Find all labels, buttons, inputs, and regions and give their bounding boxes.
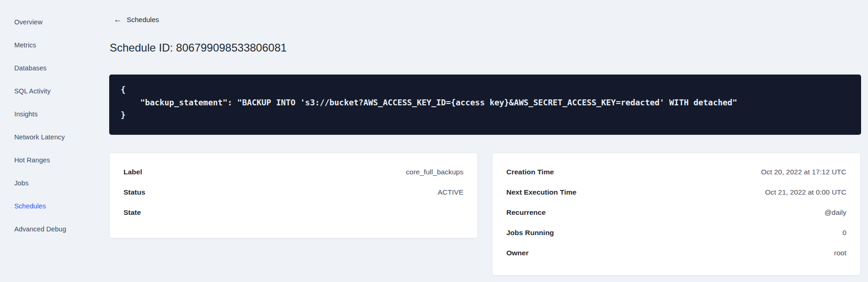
page-title: Schedule ID: 806799098533806081 — [110, 41, 287, 54]
sidebar-item-label: Jobs — [14, 179, 29, 187]
detail-label: Jobs Running — [506, 229, 554, 237]
sidebar-item-label: Advanced Debug — [14, 225, 66, 233]
detail-value: ACTIVE — [438, 188, 463, 196]
back-link-label: Schedules — [127, 16, 159, 23]
detail-row-state: State — [123, 202, 463, 223]
detail-value: core_full_backups — [406, 168, 463, 176]
sidebar-item-schedules[interactable]: Schedules — [0, 195, 109, 218]
sidebar-item-insights[interactable]: Insights — [0, 103, 109, 126]
sidebar-item-metrics[interactable]: Metrics — [0, 34, 109, 57]
schedule-statement-code-block: { "backup_statement": "BACKUP INTO 's3:/… — [109, 75, 861, 135]
sidebar-item-label: Insights — [14, 110, 38, 118]
sidebar-item-network-latency[interactable]: Network Latency — [0, 126, 109, 149]
detail-label: Status — [123, 188, 145, 196]
detail-label: Owner — [506, 249, 528, 257]
schedule-summary-card: Label core_full_backups Status ACTIVE St… — [109, 153, 478, 238]
detail-row-owner: Owner root — [506, 243, 846, 263]
sidebar-item-advanced-debug[interactable]: Advanced Debug — [0, 218, 109, 241]
back-to-schedules-link[interactable]: ← Schedules — [114, 16, 159, 23]
detail-row-creation-time: Creation Time Oct 20, 2022 at 17:12 UTC — [506, 162, 846, 182]
sidebar-item-label: SQL Activity — [14, 87, 51, 95]
detail-label: Label — [123, 168, 142, 176]
sidebar: Overview Metrics Databases SQL Activity … — [0, 11, 109, 241]
detail-value: @daily — [824, 208, 846, 217]
detail-row-status: Status ACTIVE — [123, 182, 463, 202]
sidebar-item-label: Network Latency — [14, 133, 65, 141]
sidebar-item-overview[interactable]: Overview — [0, 11, 109, 34]
detail-label: State — [123, 208, 141, 217]
detail-row-jobs-running: Jobs Running 0 — [506, 223, 846, 243]
detail-label: Next Execution Time — [506, 188, 576, 196]
detail-value: 0 — [842, 229, 846, 237]
detail-value: Oct 21, 2022 at 0:00 UTC — [765, 188, 846, 196]
sidebar-item-label: Hot Ranges — [14, 156, 50, 164]
sidebar-item-label: Metrics — [14, 41, 36, 49]
sidebar-item-hot-ranges[interactable]: Hot Ranges — [0, 149, 109, 172]
schedule-statement-text: { "backup_statement": "BACKUP INTO 's3:/… — [121, 84, 850, 122]
detail-row-label: Label core_full_backups — [123, 162, 463, 182]
detail-row-next-execution-time: Next Execution Time Oct 21, 2022 at 0:00… — [506, 182, 846, 202]
sidebar-item-sql-activity[interactable]: SQL Activity — [0, 80, 109, 103]
sidebar-item-label: Schedules — [14, 202, 46, 210]
sidebar-item-jobs[interactable]: Jobs — [0, 172, 109, 195]
detail-value: root — [834, 249, 846, 257]
detail-label: Recurrence — [506, 208, 545, 217]
detail-value: Oct 20, 2022 at 17:12 UTC — [761, 168, 846, 176]
detail-row-recurrence: Recurrence @daily — [506, 202, 846, 223]
detail-label: Creation Time — [506, 168, 554, 176]
sidebar-item-label: Databases — [14, 64, 47, 72]
schedule-timing-card: Creation Time Oct 20, 2022 at 17:12 UTC … — [492, 153, 861, 276]
left-arrow-icon: ← — [114, 16, 122, 23]
sidebar-item-label: Overview — [14, 18, 42, 26]
sidebar-item-databases[interactable]: Databases — [0, 57, 109, 80]
